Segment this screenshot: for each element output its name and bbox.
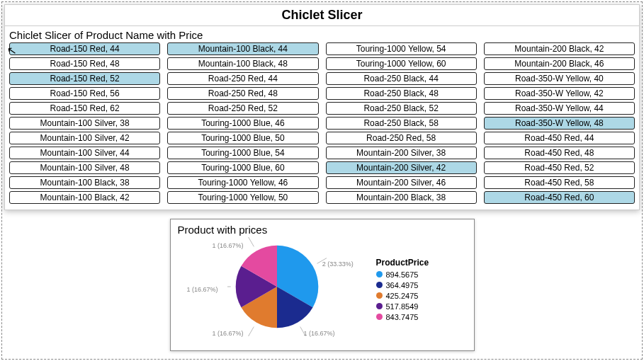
chiclet-slicer-visual: Chiclet Slicer of Product Name with Pric… bbox=[5, 26, 639, 210]
chiclet-item[interactable]: Road-450 Red, 60 bbox=[484, 191, 635, 204]
legend-title: ProductPrice bbox=[376, 258, 429, 268]
pie-data-label: 1 (16.67%) bbox=[213, 242, 244, 249]
pie-data-label: 1 (16.67%) bbox=[212, 330, 243, 337]
chiclet-item[interactable]: Mountain-100 Black, 38 bbox=[9, 176, 160, 189]
chiclet-item[interactable]: Mountain-200 Black, 46 bbox=[484, 57, 635, 70]
chiclet-item[interactable]: Road-450 Red, 58 bbox=[484, 176, 635, 189]
chart-body: 2 (33.33%)1 (16.67%)1 (16.67%)1 (16.67%)… bbox=[178, 237, 467, 343]
chiclet-item[interactable]: Road-450 Red, 52 bbox=[484, 161, 635, 174]
pie-data-label: 2 (33.33%) bbox=[322, 260, 354, 268]
svg-line-4 bbox=[247, 237, 254, 246]
legend-label: 517.8549 bbox=[386, 302, 419, 311]
pie-chart: 2 (33.33%)1 (16.67%)1 (16.67%)1 (16.67%)… bbox=[178, 237, 376, 343]
chiclet-item[interactable]: Road-450 Red, 44 bbox=[484, 132, 635, 144]
chiclet-item[interactable]: Road-250 Red, 48 bbox=[167, 87, 318, 100]
chiclet-item[interactable]: Road-150 Red, 56 bbox=[9, 87, 160, 100]
pie-chart-visual[interactable]: Product with prices 2 (33.33%)1 (16.67%)… bbox=[170, 219, 475, 351]
chiclet-item[interactable]: Road-250 Black, 52 bbox=[326, 102, 477, 115]
chiclet-item[interactable]: Mountain-200 Silver, 42 bbox=[326, 161, 477, 174]
legend-swatch-icon bbox=[376, 314, 383, 320]
chiclet-item[interactable]: Road-150 Red, 62 bbox=[9, 102, 160, 115]
chiclet-item[interactable]: Mountain-200 Silver, 38 bbox=[326, 147, 477, 159]
chiclet-item[interactable]: Road-250 Red, 44 bbox=[167, 72, 318, 85]
chiclet-item[interactable]: Road-250 Black, 44 bbox=[326, 72, 477, 85]
legend-label: 425.2475 bbox=[386, 292, 419, 300]
chiclet-item[interactable]: Road-250 Black, 48 bbox=[326, 87, 477, 100]
chiclet-item[interactable]: Mountain-100 Silver, 42 bbox=[9, 132, 160, 144]
chiclet-item[interactable]: Mountain-100 Silver, 44 bbox=[9, 147, 160, 159]
legend-item[interactable]: 517.8549 bbox=[376, 302, 429, 311]
legend-label: 843.7475 bbox=[386, 313, 419, 321]
chiclet-item[interactable]: Road-450 Red, 48 bbox=[484, 147, 635, 159]
slicer-heading: Chiclet Slicer of Product Name with Pric… bbox=[9, 28, 635, 42]
chiclet-item[interactable]: Road-350-W Yellow, 44 bbox=[484, 102, 635, 115]
chiclet-item[interactable]: Touring-1000 Blue, 54 bbox=[167, 147, 318, 159]
chiclet-item[interactable]: Road-350-W Yellow, 48 bbox=[484, 117, 635, 130]
chiclet-item[interactable]: Touring-1000 Blue, 46 bbox=[167, 117, 318, 130]
legend-label: 894.5675 bbox=[386, 270, 419, 279]
chiclet-grid: Road-150 Red, 44Road-150 Red, 48Road-150… bbox=[9, 42, 635, 204]
chiclet-item[interactable]: Road-250 Black, 58 bbox=[326, 117, 477, 130]
chiclet-item[interactable]: Road-250 Red, 52 bbox=[167, 102, 318, 115]
chiclet-item[interactable]: Mountain-100 Black, 42 bbox=[9, 191, 160, 204]
chiclet-item[interactable]: Touring-1000 Blue, 50 bbox=[167, 132, 318, 144]
legend-swatch-icon bbox=[376, 282, 383, 288]
legend-item[interactable]: 894.5675 bbox=[376, 270, 429, 279]
legend-swatch-icon bbox=[376, 271, 383, 277]
title-bar: Chiclet Slicer bbox=[5, 5, 639, 26]
legend-item[interactable]: 364.4975 bbox=[376, 281, 429, 290]
chiclet-item[interactable]: Road-150 Red, 52 bbox=[9, 72, 160, 85]
pie-data-label: 1 (16.67%) bbox=[187, 286, 218, 293]
chiclet-item[interactable]: Road-250 Red, 58 bbox=[326, 132, 477, 144]
chiclet-item[interactable]: Road-150 Red, 48 bbox=[9, 57, 160, 70]
legend-item[interactable]: 843.7475 bbox=[376, 313, 429, 321]
legend-label: 364.4975 bbox=[386, 281, 419, 290]
chart-legend: ProductPrice 894.5675364.4975425.2475517… bbox=[376, 258, 429, 323]
chiclet-item[interactable]: Mountain-200 Black, 38 bbox=[326, 191, 477, 204]
chart-title: Product with prices bbox=[178, 224, 467, 236]
chiclet-item[interactable]: Mountain-200 Black, 42 bbox=[484, 42, 635, 55]
chiclet-item[interactable]: Touring-1000 Yellow, 46 bbox=[167, 176, 318, 189]
chiclet-item[interactable]: Mountain-200 Silver, 46 bbox=[326, 176, 477, 189]
legend-item[interactable]: 425.2475 bbox=[376, 292, 429, 300]
chiclet-item[interactable]: Mountain-100 Silver, 48 bbox=[9, 161, 160, 174]
chiclet-item[interactable]: Mountain-100 Black, 44 bbox=[167, 42, 318, 55]
chiclet-item[interactable]: Mountain-100 Silver, 38 bbox=[9, 117, 160, 130]
chiclet-item[interactable]: Touring-1000 Yellow, 54 bbox=[326, 42, 477, 55]
page-title: Chiclet Slicer bbox=[5, 8, 639, 23]
chiclet-item[interactable]: Road-350-W Yellow, 42 bbox=[484, 87, 635, 100]
pie-data-label: 1 (16.67%) bbox=[304, 330, 335, 337]
legend-swatch-icon bbox=[376, 303, 383, 309]
chiclet-item[interactable]: Road-350-W Yellow, 40 bbox=[484, 72, 635, 85]
chiclet-item[interactable]: Touring-1000 Yellow, 60 bbox=[326, 57, 477, 70]
report-container: Chiclet Slicer Chiclet Slicer of Product… bbox=[4, 4, 640, 210]
chiclet-item[interactable]: Touring-1000 Yellow, 50 bbox=[167, 191, 318, 204]
chiclet-item[interactable]: Mountain-100 Black, 48 bbox=[167, 57, 318, 70]
legend-swatch-icon bbox=[376, 292, 383, 299]
svg-line-2 bbox=[247, 327, 253, 336]
chiclet-item[interactable]: Road-150 Red, 44 bbox=[9, 42, 160, 55]
chiclet-item[interactable]: Touring-1000 Blue, 60 bbox=[167, 161, 318, 174]
